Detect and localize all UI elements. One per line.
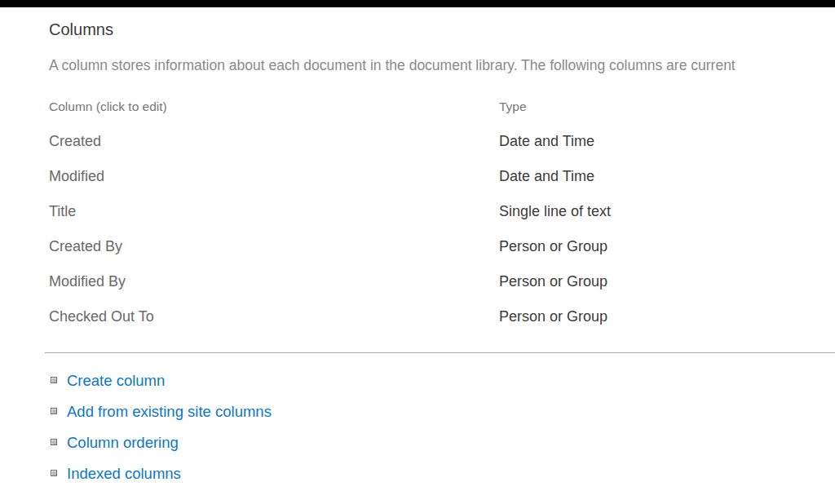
column-type-value: Single line of text bbox=[499, 203, 835, 220]
column-type-value: Date and Time bbox=[499, 168, 835, 185]
square-bullet-icon bbox=[51, 439, 57, 445]
list-item: Column ordering bbox=[51, 427, 835, 458]
section-divider bbox=[45, 352, 835, 353]
square-bullet-icon bbox=[51, 377, 57, 383]
column-name-link-modified[interactable]: Modified bbox=[49, 168, 499, 185]
table-row: Title Single line of text bbox=[49, 194, 835, 229]
columns-settings-section: Columns A column stores information abou… bbox=[0, 7, 835, 489]
column-name-link-modified-by[interactable]: Modified By bbox=[49, 273, 499, 290]
column-name-link-created-by[interactable]: Created By bbox=[49, 238, 499, 255]
column-name-link-title[interactable]: Title bbox=[49, 203, 499, 220]
column-header-type: Type bbox=[499, 99, 835, 114]
column-name-link-checked-out-to[interactable]: Checked Out To bbox=[49, 308, 499, 325]
add-existing-site-columns-link[interactable]: Add from existing site columns bbox=[67, 403, 272, 421]
table-row: Modified By Person or Group bbox=[49, 264, 835, 299]
column-type-value: Person or Group bbox=[499, 273, 835, 290]
square-bullet-icon bbox=[51, 470, 57, 476]
table-row: Created Date and Time bbox=[49, 124, 835, 159]
page-title: Columns bbox=[49, 20, 835, 38]
column-type-value: Person or Group bbox=[499, 308, 835, 325]
table-header-row: Column (click to edit) Type bbox=[49, 89, 835, 124]
table-row: Checked Out To Person or Group bbox=[49, 299, 835, 334]
columns-table: Column (click to edit) Type Created Date… bbox=[49, 89, 835, 334]
list-item: Add from existing site columns bbox=[51, 396, 835, 427]
create-column-link[interactable]: Create column bbox=[67, 372, 165, 390]
list-item: Indexed columns bbox=[51, 458, 835, 489]
column-actions-list: Create column Add from existing site col… bbox=[49, 365, 835, 489]
column-ordering-link[interactable]: Column ordering bbox=[67, 434, 179, 452]
indexed-columns-link[interactable]: Indexed columns bbox=[67, 465, 181, 483]
column-type-value: Person or Group bbox=[499, 238, 835, 255]
square-bullet-icon bbox=[51, 408, 57, 414]
column-name-link-created[interactable]: Created bbox=[49, 133, 499, 150]
table-row: Modified Date and Time bbox=[49, 159, 835, 194]
section-description: A column stores information about each d… bbox=[49, 56, 835, 74]
list-item: Create column bbox=[51, 365, 835, 396]
top-edge-bar bbox=[0, 0, 835, 7]
column-type-value: Date and Time bbox=[499, 133, 835, 150]
table-row: Created By Person or Group bbox=[49, 229, 835, 264]
column-header-name: Column (click to edit) bbox=[49, 99, 499, 114]
